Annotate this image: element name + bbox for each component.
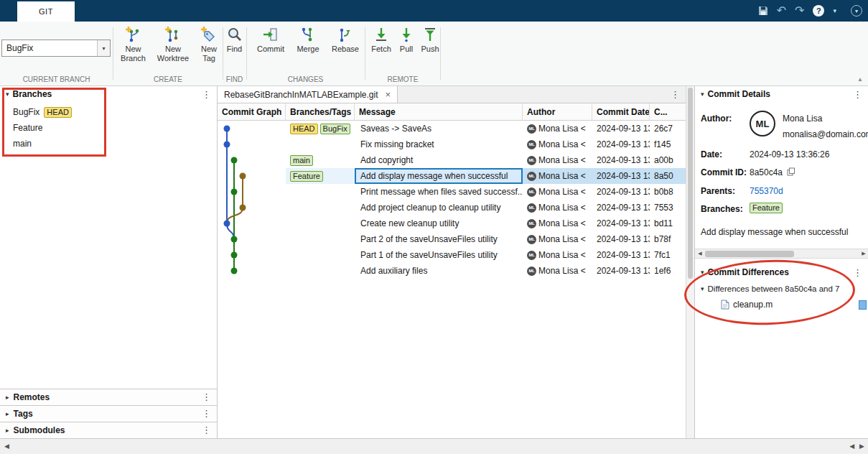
merge-button[interactable]: Merge (293, 23, 323, 54)
commit-row[interactable]: Add project cleanup to cleanup utility M… (218, 200, 686, 216)
push-button[interactable]: Push (419, 23, 442, 54)
commit-details-menu-icon[interactable]: ⋮ (853, 89, 862, 100)
collapse-triangle-icon[interactable]: ▾ (6, 91, 9, 98)
vertical-scrollbar[interactable] (686, 86, 694, 438)
collapse-triangle-icon[interactable]: ▾ (701, 285, 704, 292)
file-action-icon[interactable] (859, 300, 867, 310)
help-dropdown-icon[interactable]: ▾ (833, 7, 836, 14)
remotes-panel-header[interactable]: ▸ Remotes ⋮ (0, 389, 217, 404)
column-commit-date[interactable]: Commit Date (592, 103, 650, 120)
commit-id: b78f (650, 231, 686, 247)
commit-row[interactable]: HEAD BugFix Saveas -> SaveAs MLMona Lisa… (218, 121, 686, 136)
tabbar-menu-icon[interactable]: ⋮ (671, 89, 680, 100)
branch-name: main (13, 139, 32, 149)
horizontal-scrollbar[interactable]: ◀ ▶ (695, 249, 868, 259)
redo-icon[interactable]: ↷ (795, 5, 804, 17)
branches-title: Branches (13, 89, 52, 99)
branch-item-bugfix[interactable]: BugFix HEAD (0, 105, 217, 119)
commit-row[interactable]: Create new cleanup utility MLMona Lisa <… (218, 216, 686, 231)
new-tag-icon (200, 26, 218, 43)
commit-differences-menu-icon[interactable]: ⋮ (853, 267, 862, 278)
scroll-right-icon[interactable]: ▶ (859, 251, 868, 256)
commit-id: 7553 (650, 200, 686, 216)
column-commit-id[interactable]: C... (650, 103, 686, 120)
avatar: ML (527, 251, 536, 260)
differences-group[interactable]: ▾ Differences between 8a50c4a and 7 (701, 284, 839, 293)
current-branch-dropdown[interactable]: BugFix ▾ (1, 40, 111, 57)
close-icon[interactable]: × (386, 90, 391, 99)
commit-details-title: Commit Details (708, 89, 770, 99)
undo-icon[interactable]: ↶ (777, 5, 786, 17)
changed-file-name: cleanup.m (733, 300, 773, 310)
submodules-panel-header[interactable]: ▸ Submodules ⋮ (0, 422, 217, 437)
remotes-menu-icon[interactable]: ⋮ (202, 392, 211, 402)
branches-menu-icon[interactable]: ⋮ (202, 89, 211, 100)
new-branch-button[interactable]: New Branch (116, 23, 150, 62)
expand-triangle-icon[interactable]: ▸ (6, 427, 9, 434)
commit-message: Print message when files saved successf.… (355, 184, 523, 200)
commit-differences-header[interactable]: ▾ Commit Differences ⋮ (695, 264, 868, 280)
tags-menu-icon[interactable]: ⋮ (202, 408, 211, 419)
column-message[interactable]: Message (355, 103, 523, 120)
commit-row[interactable]: Print message when files saved successf.… (218, 184, 686, 200)
commit-id: a00b (650, 152, 686, 168)
author-label: Author: (701, 114, 732, 124)
push-icon (421, 26, 439, 43)
commit-author: Mona Lisa < (538, 171, 586, 181)
section-create: New Branch New Worktree (113, 22, 223, 85)
collapse-triangle-icon[interactable]: ▾ (701, 91, 704, 98)
section-label-find: FIND (223, 75, 246, 83)
scrollbar-thumb[interactable] (705, 251, 794, 257)
ribbon: BugFix ▾ CURRENT BRANCH New Bran (0, 22, 868, 86)
help-icon[interactable]: ? (813, 5, 824, 17)
pane-left-icon[interactable]: ◀ (849, 443, 854, 450)
commit-row[interactable]: Fix missing bracket MLMona Lisa < 2024-0… (218, 136, 686, 152)
scrollbar-thumb[interactable] (688, 88, 693, 279)
repository-tab-title: RebaseGitBranchInMATLABExample.git (224, 90, 378, 100)
commit-details-header[interactable]: ▾ Commit Details ⋮ (695, 86, 868, 102)
branch-item-feature[interactable]: Feature (0, 121, 217, 135)
collapse-ribbon-icon[interactable]: ▲ (857, 76, 863, 83)
column-author[interactable]: Author (523, 103, 592, 120)
copy-icon[interactable] (787, 167, 795, 176)
expand-triangle-icon[interactable]: ▸ (6, 410, 9, 417)
branch-item-main[interactable]: main (0, 136, 217, 151)
scroll-left-icon[interactable]: ◀ (4, 443, 9, 450)
submodules-menu-icon[interactable]: ⋮ (202, 425, 211, 435)
rebase-button[interactable]: Rebase (329, 23, 362, 54)
column-branches-tags[interactable]: Branches/Tags (286, 103, 355, 120)
tab-git[interactable]: GIT (17, 1, 75, 22)
chevron-down-icon[interactable]: ▾ (97, 40, 110, 56)
parents-label: Parents: (701, 186, 735, 196)
commit-button[interactable]: Commit (254, 23, 287, 54)
collapse-triangle-icon[interactable]: ▾ (701, 269, 704, 276)
column-commit-graph[interactable]: Commit Graph (218, 103, 286, 120)
branches-label: Branches: (701, 204, 743, 214)
commit-row[interactable]: main Add copyright MLMona Lisa < 2024-09… (218, 152, 686, 168)
pull-button[interactable]: Pull (396, 23, 417, 54)
expand-triangle-icon[interactable]: ▸ (6, 394, 9, 401)
parent-commit-link[interactable]: 755370d (750, 186, 783, 196)
find-button[interactable]: Find (223, 23, 246, 54)
table-header: Commit Graph Branches/Tags Message Autho… (218, 103, 686, 121)
fetch-button[interactable]: Fetch (368, 23, 394, 54)
scroll-left-icon[interactable]: ◀ (695, 251, 705, 256)
tags-panel-header[interactable]: ▸ Tags ⋮ (0, 405, 217, 421)
changed-file-row[interactable]: cleanup.m (721, 300, 773, 310)
current-branch-value: BugFix (2, 43, 97, 53)
commit-row-selected[interactable]: Feature Add display message when success… (218, 168, 686, 184)
commit-message: Fix missing bracket (355, 136, 523, 152)
commit-row[interactable]: Add auxiliary files MLMona Lisa < 2024-0… (218, 263, 686, 279)
commit-row[interactable]: Part 1 of the saveUnsaveFiles utility ML… (218, 247, 686, 263)
new-tag-button[interactable]: New Tag (196, 23, 222, 62)
commit-date: 2024-09-13 13:... (592, 216, 650, 231)
save-icon[interactable] (758, 6, 768, 16)
commit-message: Create new cleanup utility (355, 216, 523, 231)
commit-date: 2024-09-13 13:... (592, 152, 650, 168)
pane-right-icon[interactable]: ▶ (859, 443, 864, 450)
new-worktree-button[interactable]: New Worktree (154, 23, 192, 62)
commit-row[interactable]: Part 2 of the saveUnsaveFiles utility ML… (218, 231, 686, 247)
branches-panel-header[interactable]: ▾ Branches ⋮ (0, 86, 217, 102)
toolstrip-menu-icon[interactable]: ▾ (851, 5, 862, 17)
repository-tab[interactable]: RebaseGitBranchInMATLABExample.git × (218, 86, 398, 103)
